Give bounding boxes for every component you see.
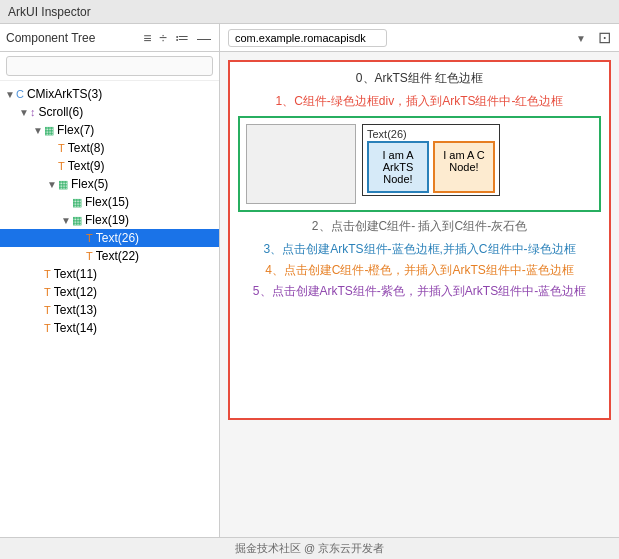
node-label: Flex(7) [57,123,94,137]
collapse-icon[interactable]: — [195,29,213,47]
node-icon: T [58,142,65,154]
export-icon[interactable]: ⊡ [598,28,611,47]
tree-item-7[interactable]: ▼▦Flex(19) [0,211,219,229]
node-label: Text(12) [54,285,97,299]
node-icon: T [44,304,51,316]
node-label: Flex(5) [71,177,108,191]
node-label: Text(13) [54,303,97,317]
node-label: Text(26) [96,231,139,245]
tree-item-13[interactable]: TText(14) [0,319,219,337]
node-icon: T [58,160,65,172]
main-content: Component Tree ≡ ÷ ≔ — ▼CCMixArkTS(3)▼↕S… [0,24,619,537]
inner-row: Text(26) I am A ArkTS Node! I am A C Nod… [246,124,593,204]
left-header: Component Tree ≡ ÷ ≔ — [0,24,219,52]
node-label: Scroll(6) [39,105,84,119]
app-title: ArkUI Inspector [8,5,91,19]
search-bar [0,52,219,81]
node-label: CMixArkTS(3) [27,87,102,101]
node-icon: T [86,250,93,262]
left-panel: Component Tree ≡ ÷ ≔ — ▼CCMixArkTS(3)▼↕S… [0,24,220,537]
tree-item-6[interactable]: ▦Flex(15) [0,193,219,211]
tree-arrow: ▼ [18,107,30,118]
tree-item-5[interactable]: ▼▦Flex(5) [0,175,219,193]
text26-box: Text(26) I am A ArkTS Node! I am A C Nod… [362,124,500,196]
title-bar: ArkUI Inspector [0,0,619,24]
gray-placeholder [246,124,356,204]
tree-arrow: ▼ [46,179,58,190]
preview-label-4: 4、点击创建C组件-橙色，并插入到ArkTS组件中-蓝色边框 [238,262,601,279]
tree-item-3[interactable]: TText(8) [0,139,219,157]
node-label: Text(22) [96,249,139,263]
search-input[interactable] [6,56,213,76]
node-icon: ▦ [72,196,82,209]
preview-label-1: 1、C组件-绿色边框div，插入到ArkTS组件中-红色边框 [238,93,601,110]
blue-box: I am A ArkTS Node! [367,141,429,193]
split-icon[interactable]: ÷ [157,29,169,47]
preview-label-3: 3、点击创建ArkTS组件-蓝色边框,并插入C组件中-绿色边框 [238,241,601,258]
node-icon: ▦ [58,178,68,191]
node-icon: T [44,268,51,280]
node-icon: ▦ [72,214,82,227]
node-label: Text(8) [68,141,105,155]
node-icon: T [86,232,93,244]
tree-item-9[interactable]: TText(22) [0,247,219,265]
tree-item-2[interactable]: ▼▦Flex(7) [0,121,219,139]
preview-label-2: 2、点击创建C组件- 插入到C组件-灰石色 [238,218,601,235]
preview-content: 0、ArkTS组件 红色边框 1、C组件-绿色边框div，插入到ArkTS组件中… [228,60,611,420]
header-icons: ≡ ÷ ≔ — [141,29,213,47]
bottom-bar: 掘金技术社区 @ 京东云开发者 [0,537,619,559]
inner-boxes: I am A ArkTS Node! I am A C Node! [367,141,495,193]
preview-label-0: 0、ArkTS组件 红色边框 [238,70,601,87]
node-icon: T [44,286,51,298]
orange-box: I am A C Node! [433,141,495,193]
tree-arrow: ▼ [32,125,44,136]
node-label: Text(9) [68,159,105,173]
tree-item-1[interactable]: ▼↕Scroll(6) [0,103,219,121]
node-icon: ▦ [44,124,54,137]
preview-label-5: 5、点击创建ArkTS组件-紫色，并插入到ArkTS组件中-蓝色边框 [238,283,601,300]
tree-arrow: ▼ [60,215,72,226]
indent-icon[interactable]: ≔ [173,29,191,47]
list-icon[interactable]: ≡ [141,29,153,47]
tree-container: ▼CCMixArkTS(3)▼↕Scroll(6)▼▦Flex(7) TText… [0,81,219,537]
package-dropdown-wrapper: com.example.romacapisdk ▼ [228,29,592,47]
dropdown-arrow-icon: ▼ [576,32,586,43]
bottom-bar-text: 掘金技术社区 @ 京东云开发者 [235,542,384,554]
text26-label: Text(26) [367,128,407,140]
tree-arrow: ▼ [4,89,16,100]
node-icon: ↕ [30,106,36,118]
green-box: Text(26) I am A ArkTS Node! I am A C Nod… [238,116,601,212]
node-icon: C [16,88,24,100]
node-label: Text(14) [54,321,97,335]
preview-area: 0、ArkTS组件 红色边框 1、C组件-绿色边框div，插入到ArkTS组件中… [220,52,619,537]
tree-item-11[interactable]: TText(12) [0,283,219,301]
tree-item-4[interactable]: TText(9) [0,157,219,175]
package-dropdown[interactable]: com.example.romacapisdk [228,29,387,47]
node-label: Flex(19) [85,213,129,227]
node-label: Flex(15) [85,195,129,209]
tree-item-8[interactable]: TText(26) [0,229,219,247]
node-label: Text(11) [54,267,97,281]
tree-item-0[interactable]: ▼CCMixArkTS(3) [0,85,219,103]
blue-orange-group: Text(26) I am A ArkTS Node! I am A C Nod… [362,124,500,196]
right-panel: com.example.romacapisdk ▼ ⊡ 0、ArkTS组件 红色… [220,24,619,537]
tree-item-10[interactable]: TText(11) [0,265,219,283]
tree-item-12[interactable]: TText(13) [0,301,219,319]
right-header: com.example.romacapisdk ▼ ⊡ [220,24,619,52]
component-tree-title: Component Tree [6,31,95,45]
node-icon: T [44,322,51,334]
